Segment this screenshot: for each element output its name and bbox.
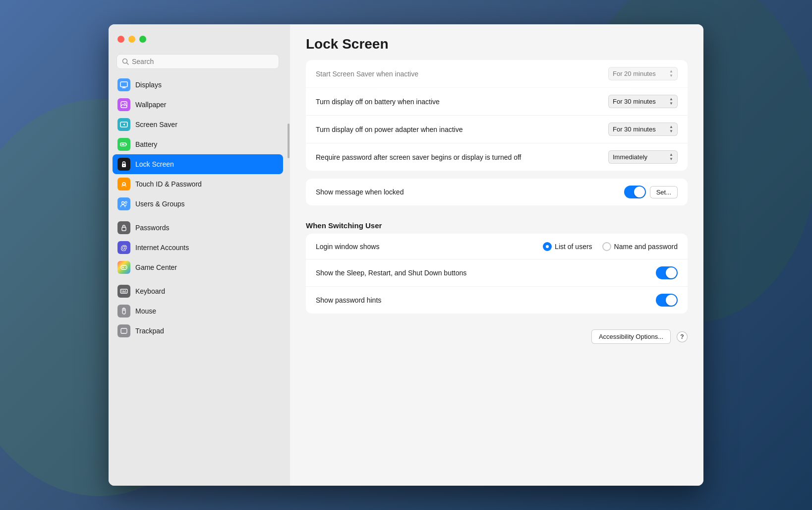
svg-point-12 [123, 165, 124, 166]
sidebar-item-keyboard[interactable]: Keyboard [113, 281, 283, 301]
svg-point-15 [125, 201, 127, 203]
require-password-stepper[interactable]: Immediately ▲ ▼ [608, 150, 678, 164]
page-title: Lock Screen [306, 36, 688, 52]
battery-icon [117, 138, 130, 151]
sidebar-item-lockscreen[interactable]: Lock Screen [113, 154, 283, 174]
svg-rect-27 [123, 292, 125, 293]
svg-point-21 [125, 267, 126, 268]
svg-rect-22 [120, 289, 127, 293]
arrow-up-screensaver: ▲ [669, 69, 673, 73]
show-message-toggle[interactable] [624, 186, 646, 198]
arrow-down-password: ▼ [669, 157, 673, 161]
sidebar-item-label-touchid: Touch ID & Password [135, 180, 202, 188]
sidebar-item-battery[interactable]: Battery [113, 134, 283, 154]
svg-point-20 [125, 267, 125, 267]
sidebar-item-internetaccounts[interactable]: @ Internet Accounts [113, 238, 283, 257]
svg-rect-5 [121, 102, 127, 108]
login-window-radio-group: List of users Name and password [543, 242, 678, 251]
sidebar-item-gamecenter[interactable]: Game Center [113, 257, 283, 277]
set-button[interactable]: Set... [650, 186, 678, 198]
when-switching-heading: When Switching User [306, 213, 688, 234]
search-container [109, 54, 287, 75]
sidebar-item-label-trackpad: Trackpad [135, 327, 164, 335]
svg-rect-23 [121, 290, 122, 291]
sidebar-item-mouse[interactable]: Mouse [113, 301, 283, 321]
sidebar-item-usersgroups[interactable]: Users & Groups [113, 194, 283, 214]
stepper-arrows-screensaver: ▲ ▼ [669, 69, 673, 78]
close-button[interactable] [117, 36, 124, 43]
sidebar-item-displays[interactable]: Displays [113, 75, 283, 95]
switching-user-card: Login window shows List of users Name an… [306, 234, 688, 314]
sidebar-item-label-lockscreen: Lock Screen [135, 160, 174, 168]
arrow-up-power: ▲ [669, 125, 673, 129]
minimize-button[interactable] [128, 36, 135, 43]
sidebar-item-label-battery: Battery [135, 140, 157, 148]
radio-label-list-users: List of users [555, 243, 592, 251]
display-battery-row: Turn display off on battery when inactiv… [306, 88, 688, 116]
password-hints-control [656, 294, 678, 307]
wallpaper-icon [117, 98, 130, 111]
footer-row: Accessibility Options... ? [306, 321, 688, 348]
login-window-label: Login window shows [316, 243, 543, 251]
touchid-icon [117, 178, 130, 191]
sidebar-item-label-screensaver: Screen Saver [135, 121, 177, 128]
sidebar-list: Displays Wallpaper Screen Saver Battery [109, 75, 287, 486]
arrow-down-power: ▼ [669, 129, 673, 133]
arrow-up-password: ▲ [669, 153, 673, 157]
svg-rect-9 [121, 144, 124, 145]
sidebar-item-touchid[interactable]: Touch ID & Password [113, 174, 283, 194]
radio-dot-name-password [602, 242, 611, 251]
sidebar-item-label-internetaccounts: Internet Accounts [135, 244, 189, 252]
sidebar-item-label-usersgroups: Users & Groups [135, 200, 185, 208]
sidebar-item-label-mouse: Mouse [135, 307, 156, 315]
radio-label-name-password: Name and password [614, 243, 678, 251]
main-content: Lock Screen Start Screen Saver when inac… [290, 24, 703, 486]
sidebar-item-passwords[interactable]: Passwords [113, 218, 283, 238]
sidebar-item-label-passwords: Passwords [135, 224, 169, 232]
sidebar-item-screensaver[interactable]: Screen Saver [113, 115, 283, 134]
svg-rect-26 [121, 292, 122, 293]
stepper-arrows-power: ▲ ▼ [669, 125, 673, 133]
require-password-control: Immediately ▲ ▼ [608, 150, 678, 164]
help-button[interactable]: ? [677, 331, 688, 342]
arrow-down-screensaver: ▼ [669, 74, 673, 78]
radio-name-password[interactable]: Name and password [602, 242, 678, 251]
screen-saver-value: For 20 minutes [613, 70, 656, 77]
svg-rect-28 [125, 292, 126, 293]
radio-list-of-users[interactable]: List of users [543, 242, 592, 251]
sidebar-item-trackpad[interactable]: Trackpad [113, 321, 283, 341]
show-message-card: Show message when locked Set... [306, 179, 688, 205]
search-input[interactable] [132, 58, 274, 65]
show-message-row: Show message when locked Set... [306, 179, 688, 205]
sidebar-item-label-displays: Displays [135, 81, 162, 89]
sleep-restart-control [656, 266, 678, 279]
password-hints-row: Show password hints [306, 287, 688, 314]
svg-point-14 [122, 202, 124, 204]
accessibility-options-button[interactable]: Accessibility Options... [591, 329, 671, 344]
screen-saver-stepper[interactable]: For 20 minutes ▲ ▼ [608, 67, 678, 80]
display-power-stepper[interactable]: For 30 minutes ▲ ▼ [608, 123, 678, 136]
when-switching-section: When Switching User Login window shows L… [306, 213, 688, 314]
keyboard-icon [117, 285, 130, 298]
sidebar-scrollbar[interactable] [287, 24, 290, 486]
toggle-knob-sleep [666, 267, 677, 278]
trackpad-icon [117, 324, 130, 337]
display-battery-label: Turn display off on battery when inactiv… [316, 98, 608, 106]
display-battery-stepper[interactable]: For 30 minutes ▲ ▼ [608, 95, 678, 108]
search-box[interactable] [116, 54, 279, 69]
sidebar-item-wallpaper[interactable]: Wallpaper [113, 95, 283, 115]
password-hints-toggle[interactable] [656, 294, 678, 307]
sidebar-item-label-wallpaper: Wallpaper [135, 101, 167, 109]
display-power-label: Turn display off on power adapter when i… [316, 126, 608, 133]
svg-line-1 [127, 63, 129, 65]
display-power-value: For 30 minutes [613, 126, 656, 133]
sidebar-divider-2 [113, 277, 283, 281]
sleep-restart-toggle[interactable] [656, 266, 678, 279]
main-body: Start Screen Saver when inactive For 20 … [290, 60, 703, 486]
maximize-button[interactable] [139, 36, 146, 43]
sidebar-item-label-gamecenter: Game Center [135, 263, 177, 271]
screensaver-icon [117, 118, 130, 131]
mouse-icon [117, 305, 130, 318]
svg-rect-2 [120, 82, 127, 87]
radio-dot-list-users [543, 242, 552, 251]
